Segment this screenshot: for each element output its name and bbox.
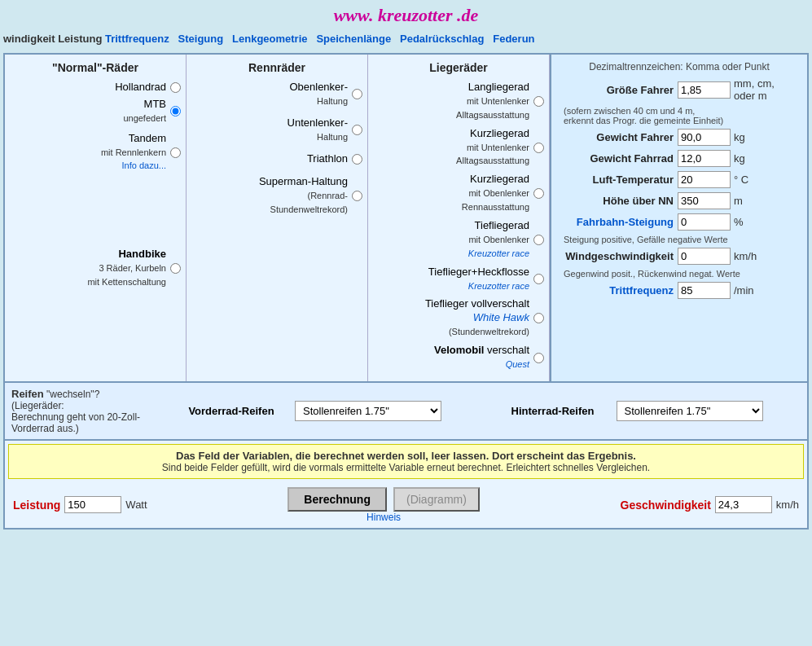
gewicht-fahrrad-unit: kg — [734, 152, 745, 165]
col2-header: Rennräder — [191, 61, 362, 74]
front-tire-select[interactable]: Stollenreifen 1.75" Rennreifen 700C Stad… — [295, 401, 441, 421]
geschwindigkeit-group: Geschwindigkeit km/h — [621, 496, 799, 513]
settings-panel: Dezimaltrennzeichen: Komma oder Punkt Gr… — [550, 55, 807, 381]
nav-speichenlaenge[interactable]: Speichenlänge — [316, 33, 391, 45]
geschwindigkeit-label: Geschwindigkeit — [621, 499, 711, 512]
bike-item-tieflieger-voll: Tieflieger vollverschaltWhite Hawk(Stund… — [373, 297, 544, 339]
tire-main-label: Reifen — [11, 388, 44, 400]
handbike-label: Handbike 3 Räder, Kurbelnmit Kettenschal… — [87, 248, 166, 289]
superman-label: Superman-Haltung(Rennrad-Stundenweltreko… — [259, 175, 348, 217]
calc-bar: Leistung Watt Berechnung (Diagramm) Hinw… — [5, 482, 807, 528]
langliegerad-radio[interactable] — [533, 96, 544, 107]
untenlenker-radio[interactable] — [352, 125, 362, 135]
trittfrequenz-input[interactable] — [678, 282, 731, 299]
groesse-note: (sofern zwischen 40 cm und 4 m,erkennt d… — [564, 106, 799, 125]
groesse-label: Größe Fahrer — [560, 84, 674, 96]
front-tire-label: Vorderrad-Reifen — [174, 405, 288, 417]
main-container: "Normal"-Räder Hollandrad MTBungefedert … — [3, 53, 809, 530]
steigung-input[interactable] — [678, 213, 731, 231]
superman-radio[interactable] — [352, 191, 362, 201]
velomobil-radio[interactable] — [533, 353, 544, 363]
groesse-unit: mm, cm,oder m — [734, 77, 775, 102]
setting-temperatur: Luft-Temperatur ° C — [560, 171, 799, 188]
setting-wind: Windgeschwindigkeit km/h — [560, 248, 799, 265]
rear-tire-select[interactable]: Stollenreifen 1.75" Rennreifen 700C Stad… — [617, 401, 763, 421]
bike-item-velomobil: Velomobil verschaltQuest — [373, 344, 544, 371]
groesse-input[interactable] — [678, 81, 731, 99]
bike-item-obenlenker: Obenlenker-Haltung — [191, 81, 362, 108]
nav-static-text: windigkeit Leistung — [3, 33, 105, 45]
leistung-label: Leistung — [13, 499, 60, 512]
bike-item-langliegerad: Langliegeradmit UntenlenkerAlltagsaussta… — [373, 81, 544, 122]
bike-item-mtb: MTBungefedert — [10, 98, 181, 125]
setting-steigung: Fahrbahn-Steigung % — [560, 213, 799, 231]
hoehe-label: Höhe über NN — [560, 195, 674, 207]
kurzliegerad-oben-label: Kurzliegeradmit ObenlenkerRennausstattun… — [462, 173, 529, 214]
wind-input[interactable] — [678, 248, 731, 265]
nav-pedalrueckschlag[interactable]: Pedalrückschlag — [400, 33, 484, 45]
tiefliegerad-label: Tiefliegeradmit ObenlenkerKreuzotter rac… — [468, 219, 529, 261]
nav-lenkgeometrie[interactable]: Lenkgeometrie — [232, 33, 307, 45]
untenlenker-label: Untenlenker-Haltung — [287, 116, 348, 144]
tandem-radio[interactable] — [170, 147, 181, 158]
site-title: www. kreuzotter .de — [334, 5, 479, 25]
triathlon-label: Triathlon — [307, 152, 348, 166]
berechnung-button[interactable]: Berechnung — [287, 487, 387, 512]
tieflieger-heck-radio[interactable] — [533, 274, 544, 284]
gewicht-fahrrad-input[interactable] — [678, 150, 731, 167]
bike-item-triathlon: Triathlon — [191, 152, 362, 166]
steigung-unit: % — [734, 216, 744, 228]
bike-item-tandem: Tandem mit Rennlenkern Info dazu... — [10, 132, 181, 174]
leistung-group: Leistung Watt — [13, 496, 147, 513]
mtb-radio[interactable] — [170, 106, 181, 116]
setting-gewicht-fahrer: Gewicht Fahrer kg — [560, 129, 799, 146]
mtb-label: MTBungefedert — [123, 98, 166, 125]
geschwindigkeit-input[interactable] — [715, 496, 772, 513]
geschwindigkeit-unit: km/h — [776, 499, 799, 511]
page-header: www. kreuzotter .de — [0, 0, 812, 29]
hinweis-link[interactable]: Hinweis — [366, 512, 401, 523]
bike-item-superman: Superman-Haltung(Rennrad-Stundenweltreko… — [191, 175, 362, 217]
tire-label-col: Reifen "wechseln"? (Liegeräder:Berechnun… — [11, 388, 174, 434]
gewicht-fahrer-unit: kg — [734, 131, 745, 143]
temperatur-input[interactable] — [678, 171, 731, 188]
tieflieger-voll-label: Tieflieger vollverschaltWhite Hawk(Stund… — [425, 297, 529, 339]
hoehe-input[interactable] — [678, 192, 731, 209]
bike-item-kurzliegerad-oben: Kurzliegeradmit ObenlenkerRennausstattun… — [373, 173, 544, 214]
trittfrequenz-unit: /min — [734, 284, 754, 297]
col3-header: Liegeräder — [373, 61, 544, 74]
wind-label: Windgeschwindigkeit — [560, 250, 674, 262]
temperatur-label: Luft-Temperatur — [560, 174, 674, 186]
gewicht-fahrer-input[interactable] — [678, 129, 731, 146]
nav-federung[interactable]: Federun — [493, 33, 534, 45]
handbike-radio[interactable] — [170, 263, 181, 274]
rear-tire-label: Hinterrad-Reifen — [496, 405, 610, 417]
info-line1: Das Feld der Variablen, die berechnet we… — [176, 450, 636, 462]
triathlon-radio[interactable] — [352, 154, 362, 165]
gewicht-fahrer-label: Gewicht Fahrer — [560, 131, 674, 143]
obenlenker-radio[interactable] — [352, 89, 362, 99]
bike-item-kurzliegerad-unten: Kurzliegeradmit UntenlenkerAlltagsaussta… — [373, 127, 544, 169]
rear-tire-group: Hinterrad-Reifen Stollenreifen 1.75" Ren… — [496, 401, 801, 421]
kurzliegerad-unten-radio[interactable] — [533, 143, 544, 153]
leistung-unit: Watt — [125, 499, 147, 511]
nav-steigung[interactable]: Steigung — [178, 33, 224, 45]
dezimal-note: Dezimaltrennzeichen: Komma oder Punkt — [560, 61, 799, 73]
diagramm-button[interactable]: (Diagramm) — [393, 487, 480, 512]
nav-bar: windigkeit Leistung Trittfrequenz Steigu… — [0, 29, 812, 48]
col-liegeraeder: Liegeräder Langliegeradmit UntenlenkerAl… — [368, 55, 550, 381]
bike-item-tieflieger-heck: Tieflieger+HeckflosseKreuzotter race — [373, 266, 544, 293]
leistung-input[interactable] — [64, 496, 121, 513]
velomobil-label: Velomobil verschaltQuest — [434, 344, 529, 371]
kurzliegerad-oben-radio[interactable] — [533, 188, 544, 199]
tiefliegerad-radio[interactable] — [533, 235, 544, 245]
wind-unit: km/h — [734, 250, 757, 262]
nav-trittfrequenz[interactable]: Trittfrequenz — [105, 33, 169, 45]
info-line2: Sind beide Felder gefüllt, wird die vorm… — [162, 462, 650, 473]
hollandrad-radio[interactable] — [170, 82, 181, 93]
steigung-note: Steigung positive, Gefälle negative Wert… — [564, 235, 799, 244]
hollandrad-label: Hollandrad — [115, 81, 166, 94]
setting-trittfrequenz: Trittfrequenz /min — [560, 282, 799, 299]
tieflieger-voll-radio[interactable] — [533, 313, 544, 323]
bike-section: "Normal"-Räder Hollandrad MTBungefedert … — [5, 55, 807, 383]
